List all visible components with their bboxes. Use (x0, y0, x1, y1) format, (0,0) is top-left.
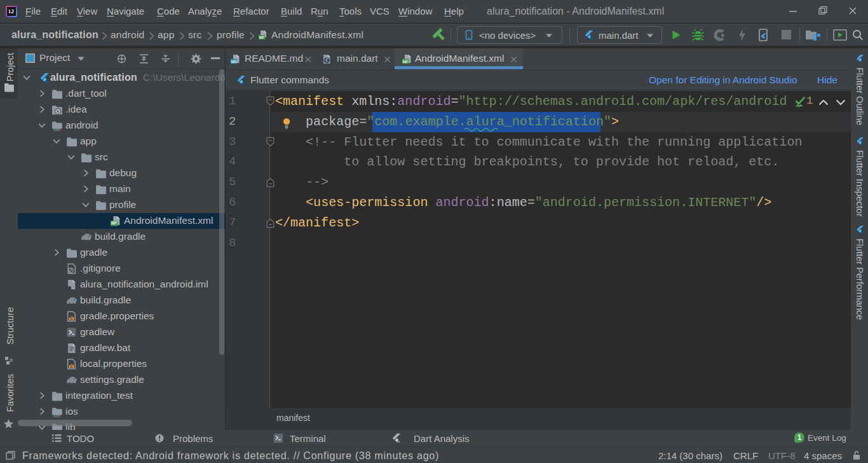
svg-text:MF: MF (259, 36, 265, 39)
